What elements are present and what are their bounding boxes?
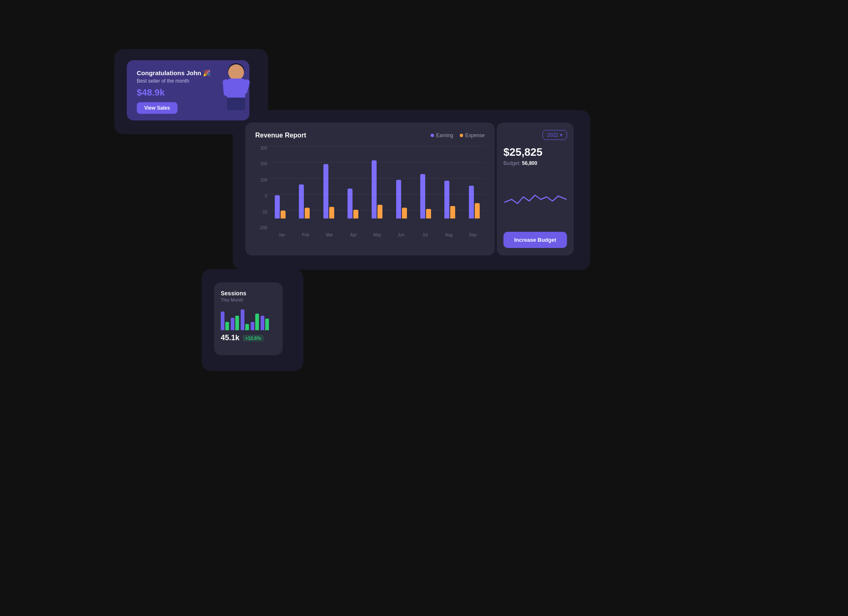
chevron-down-icon: ▾ bbox=[560, 132, 562, 138]
earning-bar bbox=[275, 195, 280, 218]
bar-group-Apr bbox=[343, 154, 363, 218]
x-label-Apr: Apr bbox=[341, 233, 365, 237]
sessions-count: 45.1k bbox=[221, 334, 239, 342]
session-green-bar bbox=[265, 319, 269, 330]
x-label-Feb: Feb bbox=[293, 233, 317, 237]
sessions-card: Sessions This Month 45.1k +12.6% bbox=[214, 282, 283, 355]
y-label-0: 0 bbox=[255, 194, 270, 198]
y-axis: 300 200 100 0 -10 -200 bbox=[255, 146, 270, 230]
sessions-bar-group bbox=[231, 316, 239, 330]
sessions-bar-group bbox=[221, 312, 229, 330]
earning-bar bbox=[299, 184, 304, 218]
sessions-bar-group bbox=[241, 309, 249, 330]
x-label-Jul: Jul bbox=[413, 233, 437, 237]
budget-value: 56,800 bbox=[522, 160, 537, 166]
bar-group-Aug bbox=[439, 154, 460, 218]
expense-bar bbox=[353, 210, 358, 218]
earning-dot bbox=[431, 134, 434, 137]
year-select[interactable]: 2022 ▾ bbox=[542, 130, 567, 140]
increase-budget-button[interactable]: Increase Budget bbox=[503, 232, 567, 248]
bar-group-Feb bbox=[294, 154, 315, 218]
y-label-neg10: -10 bbox=[255, 210, 270, 214]
legend-expense: Expense bbox=[460, 133, 485, 138]
session-blue-bar bbox=[221, 312, 224, 330]
budget-label: Budget: 56,800 bbox=[503, 160, 567, 166]
earning-bar bbox=[396, 180, 401, 218]
expense-bar bbox=[305, 208, 310, 218]
bar-group-Jul bbox=[415, 154, 436, 218]
avatar-pants bbox=[227, 98, 245, 110]
x-labels: JanFebMarAprMayJunJulAugSep bbox=[255, 233, 485, 237]
grid-line-top bbox=[270, 146, 485, 146]
legend-earning: Earning bbox=[431, 133, 453, 138]
expense-bar bbox=[281, 211, 286, 218]
revenue-header: Revenue Report Earning Expense bbox=[255, 132, 485, 139]
legend: Earning Expense bbox=[431, 133, 485, 138]
revenue-card: Revenue Report Earning Expense 300 200 1… bbox=[245, 123, 495, 255]
revenue-right-panel: 2022 ▾ $25,825 Budget: 56,800 Increase B… bbox=[497, 123, 574, 255]
expense-dot bbox=[460, 134, 463, 137]
x-label-Mar: Mar bbox=[318, 233, 341, 237]
session-green-bar bbox=[255, 314, 259, 330]
sparkline-area bbox=[503, 173, 567, 225]
avatar-head bbox=[228, 64, 244, 80]
earning-label: Earning bbox=[436, 133, 453, 138]
bar-group-Sep bbox=[464, 154, 485, 218]
session-blue-bar bbox=[241, 309, 244, 330]
bar-group-May bbox=[367, 154, 387, 218]
view-sales-button[interactable]: View Sales bbox=[137, 102, 177, 114]
x-label-Aug: Aug bbox=[437, 233, 461, 237]
x-label-Jun: Jun bbox=[389, 233, 413, 237]
sessions-bars-area bbox=[221, 307, 276, 330]
congrats-card: Congratulations John 🎉 Best seller of th… bbox=[127, 60, 249, 120]
bars-area bbox=[270, 146, 485, 218]
avatar bbox=[212, 54, 254, 110]
x-label-Jan: Jan bbox=[270, 233, 293, 237]
x-label-May: May bbox=[365, 233, 389, 237]
session-green-bar bbox=[235, 316, 239, 330]
earning-bar bbox=[420, 174, 425, 218]
avatar-body bbox=[222, 64, 249, 110]
earning-bar bbox=[348, 189, 353, 218]
earning-bar bbox=[444, 181, 449, 218]
session-green-bar bbox=[225, 322, 229, 330]
sessions-bottom: 45.1k +12.6% bbox=[221, 334, 276, 342]
chart-area: 300 200 100 0 -10 -200 JanFebMarAprM bbox=[255, 146, 485, 237]
session-blue-bar bbox=[261, 316, 264, 330]
y-label-200: 200 bbox=[255, 162, 270, 166]
sessions-subtitle: This Month bbox=[221, 297, 276, 302]
session-blue-bar bbox=[231, 318, 234, 330]
expense-bar bbox=[377, 205, 382, 218]
expense-bar bbox=[450, 206, 455, 218]
session-blue-bar bbox=[251, 322, 254, 330]
earning-bar bbox=[323, 164, 328, 218]
expense-bar bbox=[426, 209, 431, 218]
y-label-300: 300 bbox=[255, 146, 270, 150]
expense-label: Expense bbox=[465, 133, 485, 138]
sessions-change: +12.6% bbox=[243, 335, 264, 341]
earning-bar bbox=[372, 160, 377, 218]
session-green-bar bbox=[245, 324, 249, 330]
sparkline-chart bbox=[504, 188, 567, 211]
sessions-bar-group bbox=[261, 316, 269, 330]
expense-bar bbox=[475, 203, 480, 218]
bar-group-Jun bbox=[391, 154, 412, 218]
sessions-title: Sessions bbox=[221, 290, 276, 297]
y-label-100: 100 bbox=[255, 178, 270, 182]
bar-group-Jan bbox=[270, 154, 291, 218]
expense-bar bbox=[402, 208, 407, 218]
revenue-amount: $25,825 bbox=[503, 146, 567, 159]
bar-group-Mar bbox=[318, 154, 339, 218]
x-label-Sep: Sep bbox=[461, 233, 485, 237]
earning-bar bbox=[469, 186, 474, 218]
y-label-neg200: -200 bbox=[255, 226, 270, 230]
revenue-title: Revenue Report bbox=[255, 132, 306, 139]
year-value: 2022 bbox=[547, 132, 558, 138]
sessions-bar-group bbox=[251, 314, 259, 330]
expense-bar bbox=[329, 207, 334, 218]
